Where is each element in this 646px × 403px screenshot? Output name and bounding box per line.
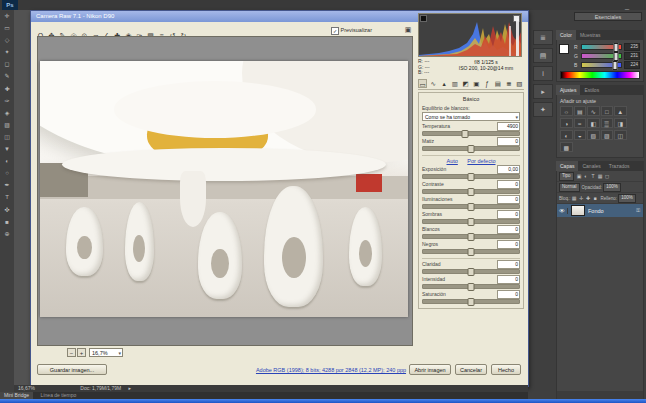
filter-shape-icon[interactable]: ▦ [597, 173, 604, 179]
zoom-tool[interactable]: ⊕ [0, 228, 14, 240]
tab-timeline[interactable]: Línea de tiempo [40, 392, 76, 398]
slider-claridad-value[interactable]: 0 [497, 260, 520, 269]
info-panel-icon[interactable]: i [533, 66, 553, 81]
workspace-switcher[interactable]: Esenciales [574, 12, 642, 21]
foreground-swatch[interactable] [559, 44, 569, 54]
zoom-in-button[interactable]: + [77, 348, 86, 357]
status-zoom[interactable]: 16,67% [18, 385, 35, 391]
filter-smartobject-icon[interactable]: ◻ [604, 173, 611, 179]
tab-hsl-icon[interactable]: ▥ [450, 79, 459, 88]
status-flyout-arrow[interactable]: ▸ [129, 385, 132, 391]
lasso-tool[interactable]: ◇ [0, 34, 14, 46]
adj-invert-icon[interactable]: ◒ [574, 130, 587, 140]
properties-panel-icon[interactable]: ▤ [533, 48, 553, 63]
adj-vibrance-icon[interactable]: ▲ [614, 106, 627, 116]
tab-muestras[interactable]: Muestras [576, 30, 605, 40]
tab-canales[interactable]: Canales [578, 161, 604, 171]
tab-basic-icon[interactable]: ▭ [418, 79, 427, 88]
white-balance-select[interactable]: Como se ha tomado▾ [422, 112, 520, 121]
slider-sombras-value[interactable]: 0 [497, 210, 520, 219]
slider-temperatura-value[interactable]: 4900 [497, 122, 520, 131]
slider-exposicion-track[interactable] [422, 174, 520, 179]
slider-negros-track[interactable] [422, 249, 520, 254]
slider-saturacion-track[interactable] [422, 299, 520, 304]
type-tool[interactable]: T [0, 191, 14, 203]
tab-tone-curve-icon[interactable]: ∿ [429, 79, 438, 88]
tab-ajustes[interactable]: Ajustes [556, 85, 580, 95]
adj-gradient-map-icon[interactable]: ◫ [614, 130, 627, 140]
slider-negros-thumb[interactable] [468, 248, 475, 256]
open-image-button[interactable]: Abrir imagen [409, 364, 451, 375]
eraser-tool[interactable]: ◫ [0, 131, 14, 143]
channel-g-slider[interactable] [581, 53, 622, 59]
slider-saturacion-thumb[interactable] [468, 298, 475, 306]
history-panel-icon[interactable]: ≣ [533, 30, 553, 45]
filter-pixel-icon[interactable]: ▣ [576, 173, 583, 179]
pen-tool[interactable]: ✒ [0, 179, 14, 191]
adj-brightness-contrast-icon[interactable]: ☼ [560, 106, 573, 116]
preview-checkbox[interactable]: ✓ [331, 27, 339, 35]
actions-panel-icon[interactable]: ▸ [533, 84, 553, 99]
slider-matiz-value[interactable]: 0 [497, 137, 520, 146]
clone-stamp-tool[interactable]: ◈ [0, 107, 14, 119]
slider-blancos-track[interactable] [422, 234, 520, 239]
tab-mini-bridge[interactable]: Mini Bridge [0, 392, 33, 399]
color-spectrum-ramp[interactable] [560, 71, 640, 79]
slider-blancos-value[interactable]: 0 [497, 225, 520, 234]
slider-claridad-track[interactable] [422, 269, 520, 274]
dodge-tool[interactable]: ○ [0, 167, 14, 179]
brush-panel-icon[interactable]: ✦ [533, 102, 553, 117]
default-link[interactable]: Por defecto [467, 158, 495, 164]
adj-posterize-icon[interactable]: ▧ [587, 130, 600, 140]
path-select-tool[interactable]: ✜ [0, 204, 14, 216]
channel-b-value[interactable]: 224 [624, 61, 640, 69]
slider-iluminaciones-thumb[interactable] [468, 203, 475, 211]
opacity-value[interactable]: 100% [603, 183, 621, 192]
done-button[interactable]: Hecho [491, 364, 521, 375]
lock-all-icon[interactable]: ■ [592, 195, 599, 201]
channel-r-value[interactable]: 235 [624, 43, 640, 51]
layer-filter-kind-select[interactable]: Tipo [559, 172, 574, 181]
slider-negros-value[interactable]: 0 [497, 240, 520, 249]
lock-transparency-icon[interactable]: ▦ [571, 195, 578, 201]
filter-type-icon[interactable]: T [590, 173, 597, 179]
slider-contraste-value[interactable]: 0 [497, 180, 520, 189]
tab-effects-icon[interactable]: ƒ [483, 79, 492, 88]
slider-exposicion-value[interactable]: 0,00 [497, 165, 520, 174]
adj-levels-icon[interactable]: ▤ [574, 106, 587, 116]
adj-exposure-icon[interactable]: □ [601, 106, 614, 116]
slider-temperatura-thumb[interactable] [462, 130, 469, 138]
tab-camera-calibration-icon[interactable]: ▤ [493, 79, 502, 88]
zoom-level-select[interactable]: 16,7%▾ [89, 348, 123, 357]
channel-g-value[interactable]: 231 [624, 52, 640, 60]
auto-link[interactable]: Auto [447, 158, 458, 164]
blur-tool[interactable]: ◐ [0, 155, 14, 167]
lock-pixels-icon[interactable]: ✛ [578, 195, 585, 201]
tab-lens-corrections-icon[interactable]: ▣ [472, 79, 481, 88]
slider-intensidad-value[interactable]: 0 [497, 275, 520, 284]
slider-matiz-thumb[interactable] [468, 145, 475, 153]
history-brush-tool[interactable]: ▨ [0, 119, 14, 131]
tab-snapshots-icon[interactable]: ▧ [515, 79, 524, 88]
eyedropper-tool[interactable]: ✎ [0, 70, 14, 82]
adj-photo-filter-icon[interactable]: ▒ [601, 118, 614, 128]
blend-mode-select[interactable]: Normal [559, 183, 580, 192]
tab-split-toning-icon[interactable]: ◩ [461, 79, 470, 88]
photo-preview[interactable] [40, 61, 408, 317]
tab-capas[interactable]: Capas [556, 161, 578, 171]
adj-threshold-icon[interactable]: ▨ [601, 130, 614, 140]
slider-intensidad-thumb[interactable] [468, 283, 475, 291]
slider-sombras-track[interactable] [422, 219, 520, 224]
slider-contraste-track[interactable] [422, 189, 520, 194]
healing-brush-tool[interactable]: ✚ [0, 83, 14, 95]
slider-claridad-thumb[interactable] [468, 268, 475, 276]
slider-saturacion-value[interactable]: 0 [497, 290, 520, 299]
gradient-tool[interactable]: ▼ [0, 143, 14, 155]
tab-detail-icon[interactable]: ▴ [440, 79, 449, 88]
tab-presets-icon[interactable]: ≣ [504, 79, 513, 88]
slider-sombras-thumb[interactable] [468, 218, 475, 226]
adj-selective-color-icon[interactable]: ▩ [560, 142, 573, 152]
adj-color-lookup-icon[interactable]: ◐ [560, 130, 573, 140]
adj-curves-icon[interactable]: ∿ [587, 106, 600, 116]
lock-position-icon[interactable]: ✚ [585, 195, 592, 201]
